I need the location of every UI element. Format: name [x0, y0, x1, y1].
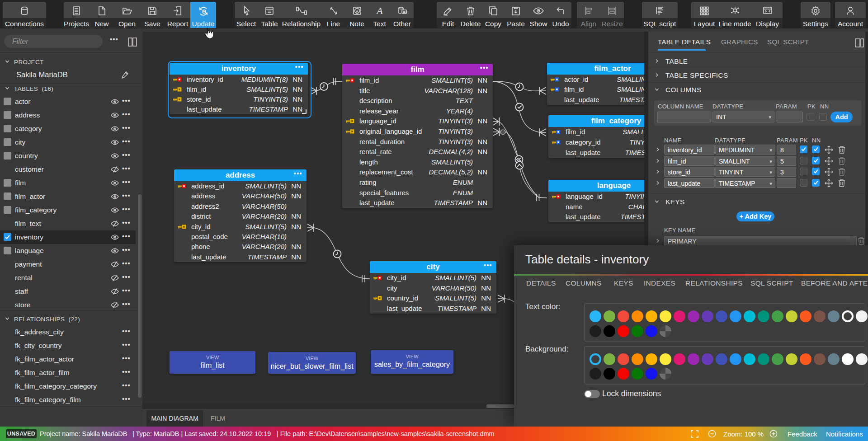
svg-text:A: A	[355, 9, 358, 14]
svg-text:A: A	[376, 5, 383, 16]
